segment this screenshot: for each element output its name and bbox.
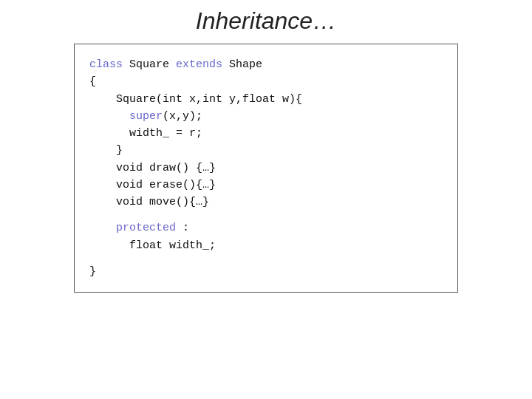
code-line-3: Square(int x,int y,float w){ <box>89 91 443 108</box>
code-text: (x,y); <box>163 110 202 123</box>
code-text: : <box>176 222 189 234</box>
code-line-2: { <box>89 73 443 90</box>
code-line-7: void draw() {…} <box>89 160 443 177</box>
code-text: Square <box>123 58 176 71</box>
keyword-protected: protected <box>89 222 176 234</box>
code-line-11: float width_; <box>89 237 443 254</box>
code-line-1: class Square extends Shape <box>89 56 443 73</box>
keyword-extends: extends <box>176 58 222 71</box>
code-block: class Square extends Shape { Square(int … <box>74 44 458 293</box>
code-text: Shape <box>222 58 262 71</box>
page-title: Inheritance… <box>196 7 336 35</box>
code-spacer-2 <box>89 254 443 263</box>
code-line-5: width_ = r; <box>89 125 443 142</box>
keyword-super: super <box>89 110 163 123</box>
code-spacer <box>89 211 443 219</box>
code-line-9: void move(){…} <box>89 194 443 211</box>
code-line-12: } <box>89 263 443 280</box>
code-line-10: protected : <box>89 219 443 236</box>
code-line-8: void erase(){…} <box>89 177 443 194</box>
keyword-class: class <box>89 58 123 71</box>
code-line-6: } <box>89 142 443 159</box>
code-line-4: super(x,y); <box>89 108 443 125</box>
